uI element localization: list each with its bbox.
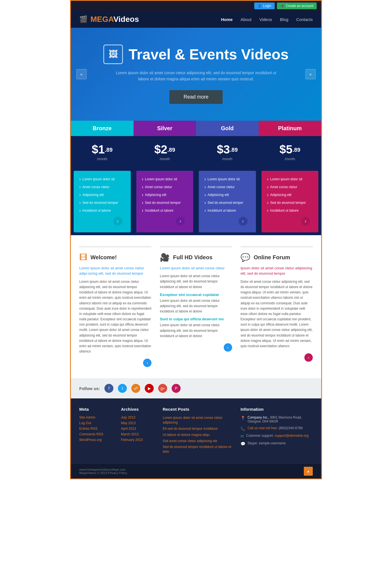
footer-archive-march[interactable]: March 2013	[121, 432, 157, 436]
feature-hd-subhead1: Excepteur sint occaecat cupidatat	[160, 293, 232, 297]
plan-gold-cta[interactable]: ›	[239, 217, 248, 226]
header: 🎬 MEGAVideos Home About Videos Blog Cont…	[71, 11, 321, 28]
hero-section: « 🖼 Travel & Events Videos Lorem ipsum d…	[71, 28, 321, 121]
pinterest-icon[interactable]: P	[172, 384, 181, 393]
create-account-button[interactable]: ➕ Create an account	[277, 3, 317, 9]
footer-meta-title: Meta	[79, 407, 115, 412]
plan-gold-cents: .89	[230, 146, 238, 153]
footer-archives: Archives July 2013 May 2013 April 2013 M…	[121, 407, 157, 456]
plan-silver-feature-3: Adipisicing elit	[142, 191, 188, 199]
footer-meta-comments-rss[interactable]: Comments RSS	[79, 432, 115, 436]
plan-bronze-header: Bronze	[71, 121, 134, 136]
footer-post-1[interactable]: Lorem ipsum dolor sit amet conse ctetur …	[163, 415, 235, 425]
footer-post-4[interactable]: Ssit amet conse ctetur adipiscing elit	[163, 439, 235, 443]
nav-videos[interactable]: Videos	[259, 17, 272, 22]
footer-email-text: Customer support: support@demolink.org	[246, 434, 309, 438]
twitter-icon[interactable]: t	[118, 384, 127, 393]
footer-archive-july[interactable]: July 2013	[121, 415, 157, 419]
email-icon: ✉	[241, 434, 244, 438]
plan-bronze-cents: .89	[105, 146, 113, 153]
plan-bronze-period: /month	[97, 157, 107, 161]
chat-icon: 💬	[241, 253, 250, 262]
footer-post-2[interactable]: Eli sed do eiusmod tempor incididunt	[163, 426, 235, 431]
pricing-section: Bronze $1.89 /month Lorem ipsum dolor si…	[71, 121, 321, 235]
plan-bronze-dollar: $1	[92, 143, 105, 156]
plan-bronze-feature-3: Adipisicing elit	[79, 191, 125, 199]
slider-next-button[interactable]: »	[305, 69, 316, 79]
plan-gold-feature-3: Adipisicing elit	[204, 191, 250, 199]
plan-silver-cta[interactable]: ›	[176, 217, 185, 226]
footer-website: www.heritagechristiancollege.com	[79, 468, 127, 471]
footer-meta-log-out[interactable]: Log Out	[79, 421, 115, 425]
create-account-label: Create an account	[286, 4, 313, 8]
youtube-icon[interactable]: ▶	[145, 384, 154, 393]
footer-archive-february[interactable]: February 2013	[121, 438, 157, 442]
feature-hd-more-button[interactable]: ›	[224, 343, 232, 352]
plan-gold-feature-1: Lorem ipsum dolor sit	[204, 175, 250, 183]
plus-icon: ➕	[280, 4, 284, 8]
feature-welcome-more-button[interactable]: ›	[143, 359, 151, 367]
nav-about[interactable]: About	[241, 17, 251, 22]
login-button[interactable]: 👤 Login	[254, 3, 275, 9]
logo: 🎬 MEGAVideos	[79, 15, 139, 24]
feature-hd-highlight: Lorem ipsum dolor sit amet conse ctetur	[160, 265, 232, 271]
feature-forum-more-button[interactable]: ›	[304, 353, 313, 362]
hero-title-text: Travel & Events Videos	[129, 46, 288, 63]
footer-copyright: MegaVideos © 2014 Privacy Policy	[79, 471, 127, 475]
feature-welcome-header: 🎞 Welcome!	[79, 253, 151, 262]
plan-silver-header: Silver	[134, 121, 196, 136]
rss-icon[interactable]: ☍	[131, 384, 140, 393]
plan-silver-dollar: $2	[154, 143, 167, 156]
footer-phone-text: Call us now toll free: (800)2345-6789	[248, 426, 303, 430]
plan-gold-features: Lorem ipsum dolor sit Amet conse ctetur …	[199, 171, 256, 232]
features-section: 🎞 Welcome! Lorem ipsum dolor sit amet co…	[71, 235, 321, 379]
plan-silver-feature-1: Lorem ipsum dolor sit	[142, 175, 188, 183]
facebook-icon[interactable]: f	[104, 384, 113, 393]
plan-silver-cents: .89	[167, 146, 175, 153]
logo-videos: Videos	[113, 15, 139, 24]
plan-gold-feature-4: Sed do eiusmod tempor	[204, 199, 250, 207]
plan-gold-period: /month	[222, 157, 232, 161]
footer-meta-entries-rss[interactable]: Entries RSS	[79, 427, 115, 431]
footer-recent-posts-title: Recent Posts	[163, 407, 235, 412]
footer-archive-may[interactable]: May 2013	[121, 421, 157, 425]
film-icon: 🎞	[79, 253, 87, 262]
footer-recent-posts: Recent Posts Lorem ipsum dolor sit amet …	[163, 407, 235, 456]
footer-archive-april[interactable]: April 2013	[121, 427, 157, 431]
footer-bottom: www.heritagechristiancollege.com MegaVid…	[71, 464, 321, 478]
follow-label: Follow us:	[79, 386, 100, 391]
plan-bronze-feature-1: Lorem ipsum dolor sit	[79, 175, 125, 183]
nav-blog[interactable]: Blog	[280, 17, 288, 22]
follow-bar: Follow us: f t ☍ ▶ g+ P	[71, 378, 321, 398]
plan-bronze: Bronze $1.89 /month Lorem ipsum dolor si…	[71, 121, 134, 235]
phone-icon: 📞	[241, 426, 245, 431]
plan-gold-header: Gold	[196, 121, 259, 136]
footer-address: 📍 Company Inc., 8901 Marmora Road, Glasg…	[241, 415, 313, 423]
plan-silver-features: Lorem ipsum dolor sit Amet conse ctetur …	[136, 171, 193, 232]
logo-text: MEGAVideos	[90, 15, 139, 24]
footer-bottom-left: www.heritagechristiancollege.com MegaVid…	[79, 468, 127, 475]
plan-silver-period: /month	[160, 157, 170, 161]
hero-image-icon: 🖼	[103, 45, 123, 64]
nav-contacts[interactable]: Contacts	[296, 17, 313, 22]
footer-post-3[interactable]: Ut labore et dolore magna aliqu	[163, 433, 235, 437]
footer-meta-site-admin[interactable]: Site Admin	[79, 415, 115, 419]
feature-forum: 💬 Online Forum Ipsum dolor sit amet cons…	[241, 246, 313, 367]
footer-meta-wordpress[interactable]: WordPress.org	[79, 438, 115, 442]
feature-hd-body: Lorem ipsum dolor sit amet conse ctetur …	[160, 274, 232, 290]
plan-bronze-cta[interactable]: ›	[113, 217, 122, 226]
nav-home[interactable]: Home	[221, 17, 233, 22]
googleplus-icon[interactable]: g+	[158, 384, 167, 393]
footer-email: ✉ Customer support: support@demolink.org	[241, 434, 313, 438]
slider-prev-button[interactable]: «	[76, 69, 87, 79]
plan-silver-feature-4: Sed do eiusmod tempor	[142, 199, 188, 207]
feature-hd-subhead2: Sunt in culpa qui officia deserunt mo	[160, 317, 232, 321]
video-icon: 🎥	[160, 253, 170, 262]
feature-forum-body: Dolor sit amet conse ctetur adipisicing …	[241, 279, 313, 349]
plan-silver-feature-5: Incididunt ut labore	[142, 207, 188, 214]
plan-platinum-cta[interactable]: ›	[301, 217, 310, 226]
read-more-button[interactable]: Read more	[169, 90, 222, 104]
plan-platinum-price: $5.89 /month	[259, 136, 321, 168]
footer-post-5[interactable]: Sed do eiusmod tempor incididunt ut labo…	[163, 445, 235, 454]
scroll-top-button[interactable]: ▲	[304, 467, 313, 476]
